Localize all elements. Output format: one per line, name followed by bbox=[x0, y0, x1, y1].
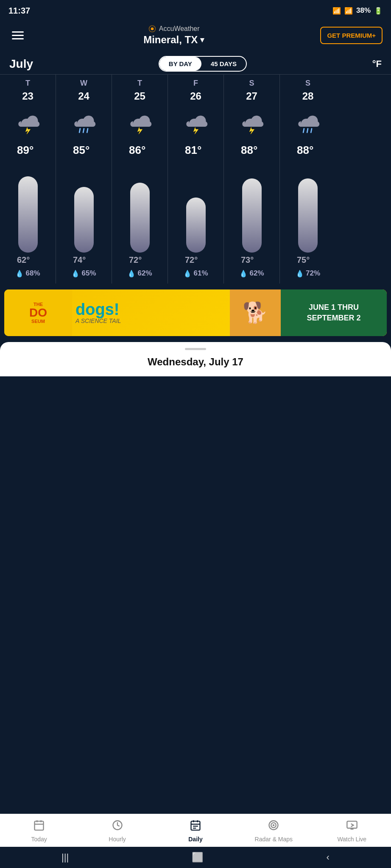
high-temp: 88° bbox=[297, 144, 313, 157]
view-toggle: BY DAY 45 DAYS bbox=[159, 56, 247, 72]
nav-daily[interactable]: Daily bbox=[176, 819, 215, 843]
day-letter: T bbox=[112, 75, 168, 90]
radar-icon bbox=[268, 819, 279, 834]
nav-hourly-label: Hourly bbox=[109, 836, 126, 843]
day-col-24[interactable]: W 24 85° 74° 💧 65% bbox=[56, 75, 112, 284]
svg-marker-5 bbox=[137, 128, 142, 134]
battery-level: 38% bbox=[356, 6, 371, 15]
android-back-btn[interactable]: ‹ bbox=[327, 852, 330, 863]
day-letter: W bbox=[56, 75, 112, 90]
nav-radar-label: Radar & Maps bbox=[255, 836, 293, 843]
location-area: AccuWeather Mineral, TX ▾ bbox=[27, 25, 320, 46]
ad-logo-area: THE DO SEUM bbox=[4, 289, 72, 336]
drop-icon: 💧 bbox=[239, 270, 248, 278]
status-bar: 11:37 📶 📶 38% 🔋 bbox=[0, 0, 391, 21]
day-letter: S bbox=[224, 75, 279, 90]
day-letter: F bbox=[168, 75, 223, 90]
high-temp: 88° bbox=[241, 144, 257, 157]
app-header: AccuWeather Mineral, TX ▾ GET PREMIUM+ bbox=[0, 21, 391, 52]
ad-title: dogs! bbox=[75, 301, 119, 317]
signal-icon: 📶 bbox=[344, 7, 353, 15]
weather-icon bbox=[296, 106, 320, 139]
precip-value: 61% bbox=[193, 269, 208, 278]
day-number: 25 bbox=[134, 90, 145, 106]
45-days-toggle[interactable]: 45 DAYS bbox=[201, 57, 246, 71]
nav-watchlive-label: Watch Live bbox=[337, 836, 366, 843]
svg-marker-7 bbox=[249, 128, 254, 134]
day-letter: S bbox=[280, 75, 336, 90]
location-name[interactable]: Mineral, TX ▾ bbox=[27, 34, 320, 46]
temp-section: 88° 75° bbox=[280, 139, 336, 265]
ad-dates: JUNE 1 THRU SEPTEMBER 2 bbox=[281, 289, 387, 336]
weather-icon bbox=[72, 106, 96, 139]
temp-section: 89° 62° bbox=[0, 139, 56, 265]
temp-bar bbox=[130, 159, 150, 253]
drop-icon: 💧 bbox=[127, 270, 136, 278]
sheet-date: Wednesday, July 17 bbox=[8, 356, 383, 368]
by-day-toggle[interactable]: BY DAY bbox=[159, 57, 201, 71]
android-nav: ||| ⬜ ‹ bbox=[0, 847, 391, 868]
day-col-28[interactable]: S 28 88° 75° 💧 72% bbox=[280, 75, 336, 284]
precip-value: 62% bbox=[249, 269, 264, 278]
high-temp: 86° bbox=[129, 144, 145, 157]
drop-icon: 💧 bbox=[71, 270, 80, 278]
low-temp: 75° bbox=[297, 255, 310, 265]
svg-line-8 bbox=[303, 129, 304, 133]
ad-banner[interactable]: THE DO SEUM dogs! A SCIENCE TAIL 🐕 JUNE … bbox=[4, 289, 387, 336]
nav-hourly[interactable]: Hourly bbox=[98, 819, 137, 843]
precip-value: 65% bbox=[81, 269, 96, 278]
day-col-26[interactable]: F 26 81° 72° 💧 61% bbox=[168, 75, 224, 284]
chevron-down-icon: ▾ bbox=[200, 35, 204, 45]
android-recent-btn[interactable]: ||| bbox=[61, 852, 69, 863]
low-temp: 73° bbox=[241, 255, 254, 265]
svg-line-9 bbox=[307, 129, 308, 133]
precip-row: 💧 61% bbox=[183, 265, 208, 284]
precip-row: 💧 72% bbox=[296, 265, 320, 284]
day-col-23[interactable]: T 23 89° 62° 💧 68% bbox=[0, 75, 56, 284]
temp-section: 85° 74° bbox=[56, 139, 112, 265]
svg-point-0 bbox=[151, 28, 154, 31]
drop-icon: 💧 bbox=[296, 270, 304, 278]
svg-line-4 bbox=[87, 129, 88, 133]
ad-subtitle: A SCIENCE TAIL bbox=[75, 317, 121, 324]
low-temp: 72° bbox=[185, 255, 198, 265]
status-icons: 📶 📶 38% 🔋 bbox=[332, 6, 383, 15]
nav-watchlive[interactable]: Watch Live bbox=[333, 819, 371, 843]
day-col-27[interactable]: S 27 88° 73° 💧 62% bbox=[224, 75, 280, 284]
weather-icon bbox=[128, 106, 152, 139]
day-letter: T bbox=[0, 75, 56, 90]
temp-section: 88° 73° bbox=[224, 139, 279, 265]
svg-rect-16 bbox=[191, 821, 200, 830]
day-col-25[interactable]: T 25 86° 72° 💧 62% bbox=[112, 75, 168, 284]
precip-row: 💧 65% bbox=[71, 265, 96, 284]
nav-today[interactable]: Today bbox=[20, 819, 58, 843]
menu-button[interactable] bbox=[8, 28, 27, 43]
premium-button[interactable]: GET PREMIUM+ bbox=[320, 27, 383, 44]
battery-icon: 🔋 bbox=[374, 7, 383, 15]
bottom-nav: Today Hourly Daily Radar & Maps Watch Li… bbox=[0, 814, 391, 847]
nav-daily-label: Daily bbox=[188, 836, 202, 843]
nav-radar[interactable]: Radar & Maps bbox=[254, 819, 293, 843]
status-time: 11:37 bbox=[8, 6, 30, 16]
drop-icon: 💧 bbox=[183, 270, 192, 278]
precip-value: 68% bbox=[25, 269, 40, 278]
precip-value: 62% bbox=[137, 269, 152, 278]
high-temp: 81° bbox=[185, 144, 201, 157]
calendar-grid: T 23 89° 62° 💧 68% W 24 bbox=[0, 74, 391, 284]
sheet-handle bbox=[185, 348, 206, 350]
temp-bar bbox=[74, 159, 94, 253]
daily-icon bbox=[190, 819, 201, 834]
precip-row: 💧 62% bbox=[239, 265, 264, 284]
weather-icon bbox=[184, 106, 208, 139]
temp-section: 81° 72° bbox=[168, 139, 223, 265]
day-number: 24 bbox=[78, 90, 89, 106]
android-home-btn[interactable]: ⬜ bbox=[192, 852, 203, 863]
ad-image: 🐕 bbox=[230, 289, 281, 336]
bottom-sheet: Wednesday, July 17 bbox=[0, 342, 391, 376]
svg-marker-1 bbox=[25, 128, 30, 134]
svg-marker-6 bbox=[193, 128, 198, 134]
day-number: 27 bbox=[246, 90, 257, 106]
ad-content: dogs! A SCIENCE TAIL bbox=[72, 298, 230, 328]
accuweather-label: AccuWeather bbox=[159, 25, 200, 33]
hourly-icon bbox=[112, 819, 123, 834]
